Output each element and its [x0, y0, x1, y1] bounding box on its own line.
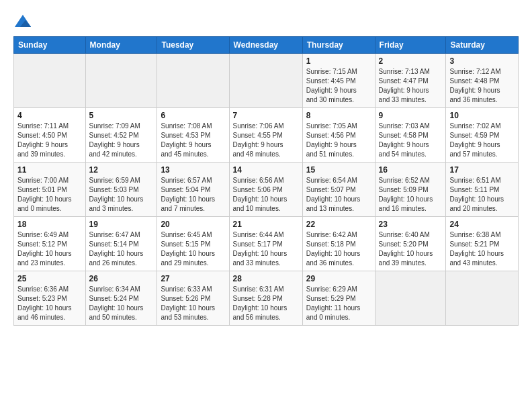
calendar-cell: 4Sunrise: 7:11 AMSunset: 4:50 PMDaylight… [14, 108, 86, 163]
day-info: Sunrise: 7:15 AMSunset: 4:45 PMDaylight:… [306, 67, 371, 105]
day-info: Sunrise: 7:02 AMSunset: 4:59 PMDaylight:… [449, 122, 515, 159]
day-info: Sunrise: 7:12 AMSunset: 4:48 PMDaylight:… [449, 67, 515, 105]
calendar-cell: 26Sunrise: 6:34 AMSunset: 5:24 PMDayligh… [85, 271, 157, 326]
weekday-sunday: Sunday [14, 37, 86, 54]
day-number: 20 [161, 220, 225, 229]
weekday-friday: Friday [375, 37, 446, 54]
week-row-3: 11Sunrise: 7:00 AMSunset: 5:01 PMDayligh… [14, 163, 519, 217]
calendar-cell: 7Sunrise: 7:06 AMSunset: 4:55 PMDaylight… [229, 108, 302, 163]
day-number: 15 [306, 165, 371, 175]
day-info: Sunrise: 7:06 AMSunset: 4:55 PMDaylight:… [233, 122, 299, 159]
day-number: 12 [89, 165, 154, 175]
weekday-saturday: Saturday [446, 37, 519, 54]
calendar-cell: 29Sunrise: 6:29 AMSunset: 5:29 PMDayligh… [302, 271, 375, 326]
calendar-cell [229, 54, 302, 108]
weekday-wednesday: Wednesday [229, 37, 302, 54]
day-info: Sunrise: 6:34 AMSunset: 5:24 PMDaylight:… [89, 285, 154, 322]
week-row-5: 25Sunrise: 6:36 AMSunset: 5:23 PMDayligh… [14, 271, 519, 326]
day-number: 24 [449, 220, 515, 229]
calendar-cell: 13Sunrise: 6:57 AMSunset: 5:04 PMDayligh… [157, 163, 229, 217]
calendar-cell: 5Sunrise: 7:09 AMSunset: 4:52 PMDaylight… [85, 108, 157, 163]
week-row-2: 4Sunrise: 7:11 AMSunset: 4:50 PMDaylight… [14, 108, 519, 163]
day-info: Sunrise: 6:45 AMSunset: 5:15 PMDaylight:… [161, 230, 225, 268]
calendar-cell: 9Sunrise: 7:03 AMSunset: 4:58 PMDaylight… [375, 108, 446, 163]
day-number: 21 [233, 220, 299, 229]
day-number: 25 [17, 274, 82, 283]
day-info: Sunrise: 6:29 AMSunset: 5:29 PMDaylight:… [306, 285, 371, 322]
day-number: 1 [306, 56, 371, 66]
calendar-cell [446, 271, 519, 326]
day-info: Sunrise: 7:05 AMSunset: 4:56 PMDaylight:… [306, 122, 371, 159]
calendar-table: SundayMondayTuesdayWednesdayThursdayFrid… [13, 36, 519, 326]
day-info: Sunrise: 6:38 AMSunset: 5:21 PMDaylight:… [449, 230, 515, 268]
calendar-cell: 16Sunrise: 6:52 AMSunset: 5:09 PMDayligh… [375, 163, 446, 217]
day-number: 26 [89, 274, 154, 283]
calendar-cell [14, 54, 86, 108]
day-info: Sunrise: 6:42 AMSunset: 5:18 PMDaylight:… [306, 230, 371, 268]
calendar-cell: 12Sunrise: 6:59 AMSunset: 5:03 PMDayligh… [85, 163, 157, 217]
week-row-1: 1Sunrise: 7:15 AMSunset: 4:45 PMDaylight… [14, 54, 519, 108]
calendar-cell [157, 54, 229, 108]
calendar-cell: 27Sunrise: 6:33 AMSunset: 5:26 PMDayligh… [157, 271, 229, 326]
day-info: Sunrise: 6:52 AMSunset: 5:09 PMDaylight:… [379, 176, 443, 214]
calendar-cell: 3Sunrise: 7:12 AMSunset: 4:48 PMDaylight… [446, 54, 519, 108]
calendar-cell: 19Sunrise: 6:47 AMSunset: 5:14 PMDayligh… [85, 217, 157, 271]
calendar-cell: 10Sunrise: 7:02 AMSunset: 4:59 PMDayligh… [446, 108, 519, 163]
calendar-cell: 14Sunrise: 6:56 AMSunset: 5:06 PMDayligh… [229, 163, 302, 217]
calendar-cell: 21Sunrise: 6:44 AMSunset: 5:17 PMDayligh… [229, 217, 302, 271]
day-number: 3 [449, 56, 515, 66]
day-number: 11 [17, 165, 82, 175]
day-info: Sunrise: 6:49 AMSunset: 5:12 PMDaylight:… [17, 230, 82, 268]
calendar-cell: 11Sunrise: 7:00 AMSunset: 5:01 PMDayligh… [14, 163, 86, 217]
day-number: 18 [17, 220, 82, 229]
day-number: 10 [449, 111, 515, 120]
calendar-cell: 18Sunrise: 6:49 AMSunset: 5:12 PMDayligh… [14, 217, 86, 271]
day-info: Sunrise: 6:33 AMSunset: 5:26 PMDaylight:… [161, 285, 225, 322]
day-info: Sunrise: 6:47 AMSunset: 5:14 PMDaylight:… [89, 230, 154, 268]
day-info: Sunrise: 6:54 AMSunset: 5:07 PMDaylight:… [306, 176, 371, 214]
day-number: 13 [161, 165, 225, 175]
calendar-cell: 20Sunrise: 6:45 AMSunset: 5:15 PMDayligh… [157, 217, 229, 271]
page-header [13, 11, 519, 32]
day-info: Sunrise: 6:59 AMSunset: 5:03 PMDaylight:… [89, 176, 154, 214]
day-number: 6 [161, 111, 225, 120]
logo-icon [13, 13, 32, 32]
day-info: Sunrise: 6:51 AMSunset: 5:11 PMDaylight:… [449, 176, 515, 214]
day-number: 23 [379, 220, 443, 229]
calendar-cell: 1Sunrise: 7:15 AMSunset: 4:45 PMDaylight… [302, 54, 375, 108]
logo [13, 13, 35, 32]
day-number: 5 [89, 111, 154, 120]
weekday-thursday: Thursday [302, 37, 375, 54]
weekday-tuesday: Tuesday [157, 37, 229, 54]
calendar-cell [85, 54, 157, 108]
day-number: 29 [306, 274, 371, 283]
day-info: Sunrise: 6:36 AMSunset: 5:23 PMDaylight:… [17, 285, 82, 322]
day-number: 16 [379, 165, 443, 175]
day-number: 19 [89, 220, 154, 229]
calendar-cell: 23Sunrise: 6:40 AMSunset: 5:20 PMDayligh… [375, 217, 446, 271]
calendar-cell: 8Sunrise: 7:05 AMSunset: 4:56 PMDaylight… [302, 108, 375, 163]
calendar-cell [375, 271, 446, 326]
day-number: 27 [161, 274, 225, 283]
calendar-cell: 28Sunrise: 6:31 AMSunset: 5:28 PMDayligh… [229, 271, 302, 326]
day-info: Sunrise: 6:56 AMSunset: 5:06 PMDaylight:… [233, 176, 299, 214]
day-number: 17 [449, 165, 515, 175]
week-row-4: 18Sunrise: 6:49 AMSunset: 5:12 PMDayligh… [14, 217, 519, 271]
day-info: Sunrise: 7:13 AMSunset: 4:47 PMDaylight:… [379, 67, 443, 105]
day-number: 2 [379, 56, 443, 66]
day-info: Sunrise: 7:11 AMSunset: 4:50 PMDaylight:… [17, 122, 82, 159]
weekday-header-row: SundayMondayTuesdayWednesdayThursdayFrid… [14, 37, 519, 54]
day-number: 4 [17, 111, 82, 120]
weekday-monday: Monday [85, 37, 157, 54]
calendar-cell: 22Sunrise: 6:42 AMSunset: 5:18 PMDayligh… [302, 217, 375, 271]
day-number: 14 [233, 165, 299, 175]
calendar-cell: 25Sunrise: 6:36 AMSunset: 5:23 PMDayligh… [14, 271, 86, 326]
calendar-cell: 24Sunrise: 6:38 AMSunset: 5:21 PMDayligh… [446, 217, 519, 271]
day-info: Sunrise: 7:08 AMSunset: 4:53 PMDaylight:… [161, 122, 225, 159]
calendar-cell: 15Sunrise: 6:54 AMSunset: 5:07 PMDayligh… [302, 163, 375, 217]
day-number: 28 [233, 274, 299, 283]
day-number: 9 [379, 111, 443, 120]
day-info: Sunrise: 6:44 AMSunset: 5:17 PMDaylight:… [233, 230, 299, 268]
calendar-cell: 2Sunrise: 7:13 AMSunset: 4:47 PMDaylight… [375, 54, 446, 108]
day-info: Sunrise: 7:00 AMSunset: 5:01 PMDaylight:… [17, 176, 82, 214]
